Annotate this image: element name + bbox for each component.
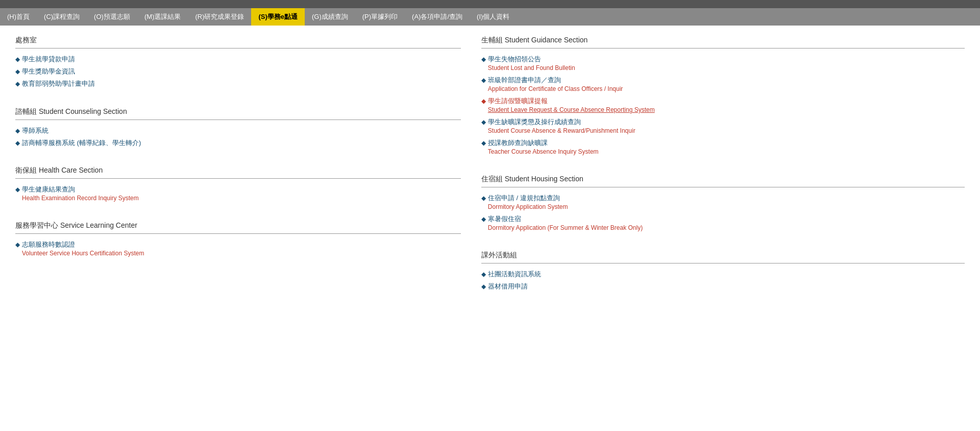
section-divider-guidance [481, 48, 965, 49]
link-zh-text[interactable]: 學生獎助學金資訊 [22, 67, 75, 76]
list-item: ◆學生請假暨曠課提報Student Leave Request & Course… [481, 97, 965, 114]
link-text-block: 學生獎助學金資訊 [22, 67, 75, 76]
page-header [0, 0, 980, 8]
link-text-block: 住宿申請 / 違規扣點查詢Dormitory Application Syste… [488, 194, 568, 211]
link-zh-text[interactable]: 社團活動資訊系統 [488, 270, 541, 279]
list-item: ◆班級幹部證書申請／查詢Application for Certificate … [481, 76, 965, 93]
section-links-counseling: ◆導師系統◆諮商輔導服務系統 (輔導紀錄、學生轉介) [15, 125, 461, 152]
link-text-block: 器材借用申請 [488, 282, 528, 291]
arrow-icon: ◆ [481, 97, 486, 106]
nav-item-personal[interactable]: (I)個人資料 [470, 8, 517, 26]
list-item: ◆寒暑假住宿Dormitory Application (For Summer … [481, 214, 965, 232]
arrow-icon: ◆ [481, 215, 486, 224]
link-zh-text[interactable]: 器材借用申請 [488, 282, 528, 291]
arrow-icon: ◆ [15, 241, 20, 249]
section-counseling: 諮輔組 Student Counseling Section◆導師系統◆諮商輔導… [15, 107, 461, 152]
link-en-text[interactable]: Health Examination Record Inquiry System [22, 194, 139, 203]
section-title-service-learning: 服務學習中心 Service Learning Center [15, 221, 461, 230]
list-item: ◆社團活動資訊系統 [481, 270, 965, 279]
arrow-icon: ◆ [15, 55, 20, 64]
list-item: ◆授課教師查詢缺曠課Teacher Course Absence Inquiry… [481, 138, 965, 156]
link-zh-text[interactable]: 學生就學貸款申請 [22, 55, 75, 64]
link-en-text[interactable]: Volunteer Service Hours Certification Sy… [22, 249, 144, 258]
arrow-icon: ◆ [481, 118, 486, 127]
nav-item-student-e[interactable]: (S)學務e點通 [251, 8, 305, 26]
list-item: ◆器材借用申請 [481, 282, 965, 291]
link-zh-text[interactable]: 教育部弱勢助學計畫申請 [22, 79, 95, 88]
section-guidance: 生輔組 Student Guidance Section◆學生失物招領公告Stu… [481, 36, 965, 160]
main-content: 處務室◆學生就學貸款申請◆學生獎助學金資訊◆教育部弱勢助學計畫申請諮輔組 Stu… [0, 26, 980, 320]
link-zh-text[interactable]: 學生健康結果查詢 [22, 185, 139, 194]
link-text-block: 學生請假暨曠課提報Student Leave Request & Course … [488, 97, 655, 114]
link-zh-text[interactable]: 住宿申請 / 違規扣點查詢 [488, 194, 568, 203]
nav-item-grade-inquiry[interactable]: (G)成績查詢 [305, 8, 355, 26]
link-zh-text[interactable]: 導師系統 [22, 126, 48, 135]
nav-item-course-result[interactable]: (M)選課結果 [137, 8, 188, 26]
list-item: ◆學生就學貸款申請 [15, 55, 461, 64]
list-item: ◆導師系統 [15, 126, 461, 135]
left-column: 處務室◆學生就學貸款申請◆學生獎助學金資訊◆教育部弱勢助學計畫申請諮輔組 Stu… [15, 36, 471, 309]
arrow-icon: ◆ [481, 76, 486, 85]
link-zh-text[interactable]: 學生缺曠課獎懲及操行成績查詢 [488, 117, 635, 127]
list-item: ◆學生失物招領公告Student Lost and Found Bulletin [481, 55, 965, 73]
link-zh-text[interactable]: 寒暑假住宿 [488, 214, 643, 224]
section-divider-extracurricular [481, 263, 965, 264]
link-en-text[interactable]: Application for Certificate of Class Off… [488, 85, 623, 93]
nav-item-print[interactable]: (P)單據列印 [355, 8, 405, 26]
link-text-block: 社團活動資訊系統 [488, 270, 541, 279]
nav-item-apply[interactable]: (A)各項申請/查詢 [405, 8, 470, 26]
link-en-text[interactable]: Student Lost and Found Bulletin [488, 64, 575, 73]
list-item: ◆志願服務時數認證Volunteer Service Hours Certifi… [15, 240, 461, 258]
link-text-block: 學生就學貸款申請 [22, 55, 75, 64]
link-zh-text[interactable]: 學生請假暨曠課提報 [488, 97, 655, 106]
nav-item-pre-select[interactable]: (O)預選志願 [87, 8, 137, 26]
arrow-icon: ◆ [15, 185, 20, 194]
link-en-text[interactable]: Student Course Absence & Reward/Punishme… [488, 127, 635, 135]
link-text-block: 學生健康結果查詢Health Examination Record Inquir… [22, 185, 139, 203]
section-links-health: ◆學生健康結果查詢Health Examination Record Inqui… [15, 184, 461, 207]
link-zh-text[interactable]: 諮商輔導服務系統 (輔導紀錄、學生轉介) [22, 138, 141, 148]
link-zh-text[interactable]: 學生失物招領公告 [488, 55, 575, 64]
list-item: ◆學生缺曠課獎懲及操行成績查詢Student Course Absence & … [481, 117, 965, 135]
section-health: 衛保組 Health Care Section◆學生健康結果查詢Health E… [15, 166, 461, 207]
section-links-guidance: ◆學生失物招領公告Student Lost and Found Bulletin… [481, 54, 965, 160]
section-title-extracurricular: 課外活動組 [481, 251, 965, 260]
link-text-block: 班級幹部證書申請／查詢Application for Certificate o… [488, 76, 623, 93]
arrow-icon: ◆ [15, 127, 20, 135]
section-divider-service-learning [15, 233, 461, 234]
right-column: 生輔組 Student Guidance Section◆學生失物招領公告Stu… [471, 36, 965, 309]
nav-item-home[interactable]: (H)首頁 [0, 8, 37, 26]
link-en-text[interactable]: Dormitory Application System [488, 203, 568, 211]
list-item: ◆住宿申請 / 違規扣點查詢Dormitory Application Syst… [481, 194, 965, 211]
list-item: ◆諮商輔導服務系統 (輔導紀錄、學生轉介) [15, 138, 461, 148]
link-en-text[interactable]: Dormitory Application (For Summer & Wint… [488, 224, 643, 232]
section-title-office: 處務室 [15, 36, 461, 45]
section-links-office: ◆學生就學貸款申請◆學生獎助學金資訊◆教育部弱勢助學計畫申請 [15, 54, 461, 93]
section-links-extracurricular: ◆社團活動資訊系統◆器材借用申請 [481, 269, 965, 295]
link-text-block: 諮商輔導服務系統 (輔導紀錄、學生轉介) [22, 138, 141, 148]
list-item: ◆學生獎助學金資訊 [15, 67, 461, 76]
link-en-text[interactable]: Teacher Course Absence Inquiry System [488, 148, 599, 156]
link-text-block: 志願服務時數認證Volunteer Service Hours Certific… [22, 240, 144, 258]
arrow-icon: ◆ [481, 139, 486, 148]
link-zh-text[interactable]: 志願服務時數認證 [22, 240, 144, 249]
arrow-icon: ◆ [15, 67, 20, 76]
link-zh-text[interactable]: 授課教師查詢缺曠課 [488, 138, 599, 148]
section-divider-office [15, 48, 461, 49]
link-zh-text[interactable]: 班級幹部證書申請／查詢 [488, 76, 623, 85]
section-title-housing: 住宿組 Student Housing Section [481, 175, 965, 184]
link-text-block: 授課教師查詢缺曠課Teacher Course Absence Inquiry … [488, 138, 599, 156]
arrow-icon: ◆ [481, 282, 486, 291]
arrow-icon: ◆ [15, 80, 20, 88]
nav-item-course-inquiry[interactable]: (C)課程查詢 [37, 8, 87, 26]
list-item: ◆學生健康結果查詢Health Examination Record Inqui… [15, 185, 461, 203]
section-service-learning: 服務學習中心 Service Learning Center◆志願服務時數認證V… [15, 221, 461, 262]
section-office: 處務室◆學生就學貸款申請◆學生獎助學金資訊◆教育部弱勢助學計畫申請 [15, 36, 461, 93]
section-divider-health [15, 178, 461, 179]
list-item: ◆教育部弱勢助學計畫申請 [15, 79, 461, 88]
section-title-counseling: 諮輔組 Student Counseling Section [15, 107, 461, 116]
nav-item-research[interactable]: (R)研究成果登錄 [188, 8, 251, 26]
arrow-icon: ◆ [481, 55, 486, 64]
link-en-text[interactable]: Student Leave Request & Course Absence R… [488, 106, 655, 114]
link-text-block: 教育部弱勢助學計畫申請 [22, 79, 95, 88]
